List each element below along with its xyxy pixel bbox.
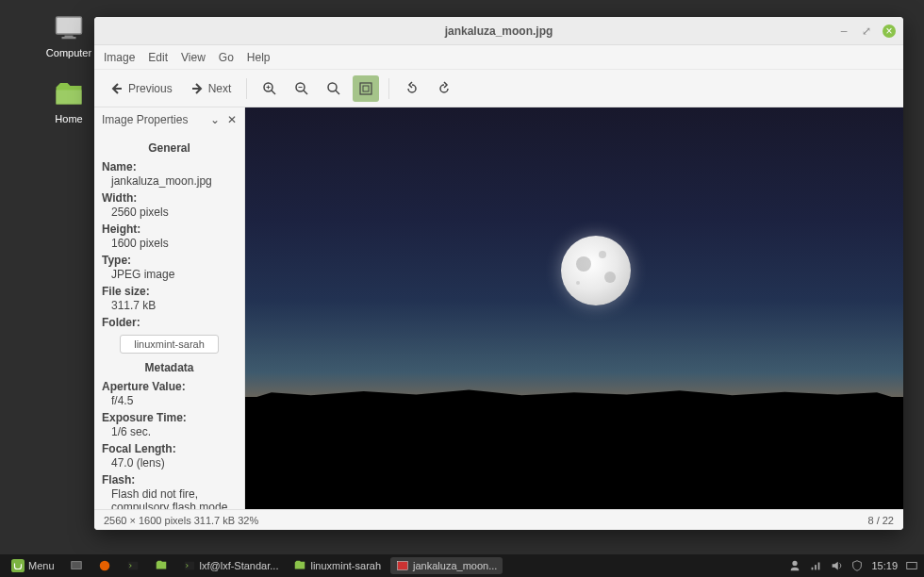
- zoom-in-icon: [262, 81, 277, 96]
- svg-rect-0: [57, 17, 82, 34]
- status-right: 8 / 22: [867, 515, 894, 526]
- mint-logo-icon: [11, 559, 25, 572]
- files-icon: [155, 559, 168, 572]
- image-viewer-window: jankaluza_moon.jpg – ⤢ × Image Edit View…: [94, 17, 903, 530]
- svg-rect-24: [816, 565, 817, 569]
- desktop: Computer Home jankaluza_moon.jpg – ⤢ × I…: [0, 0, 924, 554]
- taskbar: Menu lxf@lxf-Standar... linuxmint-sarah …: [0, 554, 924, 577]
- zoom-in-button[interactable]: [256, 75, 283, 102]
- properties-body: General Name:jankaluza_moon.jpg Width:25…: [94, 132, 244, 509]
- menu-go[interactable]: Go: [219, 51, 234, 64]
- svg-rect-2: [62, 37, 76, 39]
- maximize-button[interactable]: ⤢: [860, 25, 873, 38]
- network-icon[interactable]: [809, 559, 822, 572]
- terminal-icon: [183, 559, 196, 572]
- desktop-icon: [70, 559, 83, 572]
- launcher-files[interactable]: [149, 557, 173, 574]
- folder-icon: [293, 559, 306, 572]
- prop-focal: Focal Length:47.0 (lens): [102, 440, 237, 471]
- menu-label: Menu: [28, 560, 55, 571]
- folder-button[interactable]: linuxmint-sarah: [120, 335, 219, 354]
- window-controls: – ⤢ ×: [837, 25, 896, 38]
- task-label: jankaluza_moon...: [413, 560, 497, 571]
- shield-icon[interactable]: [850, 559, 864, 572]
- menubar: Image Edit View Go Help: [94, 45, 903, 70]
- zoom-fit-icon: [358, 81, 373, 96]
- menu-image[interactable]: Image: [104, 51, 135, 64]
- properties-panel: Image Properties ⌄ ✕ General Name:jankal…: [94, 107, 245, 509]
- zoom-out-button[interactable]: [289, 75, 315, 102]
- previous-button[interactable]: Previous: [104, 77, 178, 100]
- tray-toggle-icon[interactable]: [905, 559, 918, 572]
- toolbar-separator: [246, 78, 247, 99]
- svg-rect-19: [127, 562, 138, 570]
- task-label: lxf@lxf-Standar...: [200, 560, 279, 571]
- launcher-firefox[interactable]: [92, 557, 117, 574]
- svg-point-12: [328, 83, 337, 91]
- next-label: Next: [208, 82, 232, 95]
- svg-line-10: [304, 91, 307, 94]
- rotate-left-icon: [404, 81, 420, 96]
- minimize-button[interactable]: –: [837, 25, 850, 38]
- user-icon[interactable]: [788, 559, 801, 572]
- image-content-ground: [245, 397, 903, 509]
- prop-flash: Flash:Flash did not fire, compulsory fla…: [102, 471, 237, 509]
- desktop-icon-home[interactable]: Home: [36, 77, 102, 124]
- svg-point-22: [793, 561, 798, 566]
- volume-icon[interactable]: [830, 559, 843, 572]
- desktop-icons: Computer Home: [36, 11, 102, 124]
- properties-title: Image Properties: [102, 113, 203, 126]
- svg-rect-16: [11, 559, 25, 572]
- arrow-left-icon: [109, 81, 124, 96]
- previous-label: Previous: [128, 82, 173, 95]
- menu-edit[interactable]: Edit: [148, 51, 168, 64]
- svg-line-13: [336, 91, 339, 94]
- svg-rect-25: [818, 563, 820, 570]
- menu-button[interactable]: Menu: [6, 557, 60, 574]
- menu-view[interactable]: View: [181, 51, 206, 64]
- menu-help[interactable]: Help: [247, 51, 271, 64]
- task-files[interactable]: linuxmint-sarah: [288, 557, 387, 574]
- svg-rect-17: [71, 562, 81, 569]
- firefox-icon: [98, 559, 111, 572]
- desktop-icon-label: Home: [55, 113, 82, 124]
- svg-point-18: [99, 561, 109, 571]
- rotate-right-button[interactable]: [431, 75, 457, 102]
- prop-folder: Folder:: [102, 314, 237, 331]
- zoom-actual-icon: [326, 81, 341, 96]
- zoom-actual-button[interactable]: [321, 75, 347, 102]
- statusbar: 2560 × 1600 pixels 311.7 kB 32% 8 / 22: [94, 509, 903, 530]
- image-pane[interactable]: [245, 107, 903, 509]
- desktop-icon-computer[interactable]: Computer: [36, 11, 102, 58]
- clock[interactable]: 15:19: [871, 560, 898, 571]
- task-image-viewer[interactable]: jankaluza_moon...: [390, 557, 503, 574]
- terminal-icon: [126, 559, 140, 572]
- metadata-heading: Metadata: [102, 357, 237, 378]
- properties-header: Image Properties ⌄ ✕: [94, 107, 244, 132]
- launcher-terminal[interactable]: [121, 557, 145, 574]
- next-button[interactable]: Next: [184, 77, 238, 100]
- rotate-left-button[interactable]: [399, 75, 425, 102]
- titlebar[interactable]: jankaluza_moon.jpg – ⤢ ×: [94, 17, 903, 45]
- task-terminal[interactable]: lxf@lxf-Standar...: [177, 557, 285, 574]
- arrow-right-icon: [190, 81, 205, 96]
- zoom-fit-button[interactable]: [353, 75, 379, 102]
- task-label: linuxmint-sarah: [310, 560, 381, 571]
- svg-rect-14: [360, 83, 371, 94]
- prop-aperture: Aperture Value:f/4.5: [102, 378, 237, 409]
- prop-width: Width:2560 pixels: [102, 190, 237, 221]
- image-icon: [396, 559, 409, 572]
- prop-height: Height:1600 pixels: [102, 221, 237, 252]
- show-desktop-button[interactable]: [64, 557, 89, 574]
- svg-rect-15: [363, 86, 369, 91]
- collapse-icon[interactable]: ⌄: [210, 113, 220, 126]
- folder-home-icon: [52, 77, 86, 111]
- prop-exposure: Exposure Time:1/6 sec.: [102, 409, 237, 440]
- svg-rect-20: [184, 562, 194, 570]
- general-heading: General: [102, 138, 237, 158]
- close-button[interactable]: ×: [883, 25, 896, 38]
- prop-type: Type:JPEG image: [102, 252, 237, 283]
- close-panel-icon[interactable]: ✕: [227, 113, 237, 126]
- image-content-moon: [561, 236, 631, 305]
- svg-rect-21: [398, 562, 408, 570]
